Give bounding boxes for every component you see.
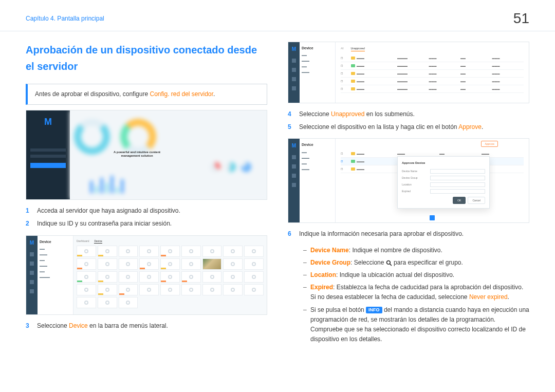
field-device-group: Device Group: [402, 176, 485, 180]
logo-icon: M: [292, 45, 296, 53]
donut-chart-icon: [120, 119, 156, 155]
right-column: M Device ▬▬▬▬▬▬▬▬▬▬ All Unapproved ☐▬▬▬▬…: [288, 42, 529, 348]
approve-modal: Approve Device Device Name Device Group …: [397, 156, 490, 209]
step-row: 6 Indique la información necesaria para …: [288, 229, 529, 239]
ss2-navbar: M: [26, 236, 38, 314]
chapter-label: Capítulo 4. Pantalla principal: [26, 15, 104, 22]
ss3-tabs: All Unapproved: [341, 46, 524, 51]
ss2-main: Dashboard Device: [73, 236, 267, 314]
step-row: 4 Seleccione Unapproved en los submenús.: [288, 109, 529, 119]
step-row: 1 Acceda al servidor que haya asignado a…: [26, 206, 267, 216]
cancel-button[interactable]: Cancel: [468, 197, 485, 204]
field-label: Device Group: [310, 259, 350, 266]
nav-icon[interactable]: [30, 271, 34, 275]
step-text: Seleccione el dispositivo en la lista y …: [299, 122, 483, 132]
nav-icon[interactable]: [292, 164, 296, 169]
modal-title: Approve Device: [402, 161, 485, 166]
nav-icon[interactable]: [30, 289, 34, 293]
step-num: 6: [288, 229, 294, 239]
table-row[interactable]: ☐▬▬▬▬▬▬▬▬▬▬▬▬▬▬▬: [341, 70, 524, 78]
ss1-login-form: [26, 133, 70, 183]
tab-dashboard[interactable]: Dashboard: [77, 239, 89, 244]
tab-all[interactable]: All: [341, 46, 344, 51]
field-descriptions: Device Name: Indique el nombre de dispos…: [288, 246, 529, 345]
table-row[interactable]: ☐▬▬▬▬▬▬▬▬▬▬▬▬▬▬▬: [341, 78, 524, 85]
device-name-input[interactable]: [430, 169, 485, 174]
table-row[interactable]: ☐▬▬▬▬▬▬▬▬▬▬▬▬▬▬▬: [341, 85, 524, 93]
steps-3: 3 Seleccione Device en la barra de menús…: [26, 321, 267, 331]
field-device-name: Device Name: [402, 169, 485, 174]
step-num: 5: [288, 122, 294, 132]
screenshot-approve-modal: M Device ▬▬▬▬▬▬▬▬▬▬ Approve ☐▬▬▬▬▬▬▬▬▬▬▬…: [288, 138, 529, 223]
main-title: Aprobación de un dispositivo conectado d…: [26, 42, 267, 74]
info-badge: INFO: [366, 307, 382, 313]
field-label: Location: [310, 271, 336, 278]
field-label: Device Name: [310, 247, 349, 254]
nav-icon[interactable]: [292, 68, 296, 72]
callout-suffix: .: [213, 90, 215, 98]
tab-unapproved[interactable]: Unapproved: [351, 46, 365, 51]
screenshot-device-grid: M Device ▬▬▬▬▬▬▬ ▬▬▬▬▬▬▬▬▬ Dashboard Dev…: [26, 235, 267, 315]
approve-button[interactable]: Approve: [481, 141, 498, 147]
step-row: 3 Seleccione Device en la barra de menús…: [26, 321, 267, 331]
step-text: Indique la información necesaria para ap…: [299, 229, 464, 239]
step-num: 1: [26, 206, 32, 216]
ss4-main: Approve ☐▬▬▬▬▬▬▬▬▬▬▬ ☑▬▬▬▬▬▬▬▬▬▬▬ ☐▬▬▬▬▬…: [336, 139, 529, 222]
left-column: Aprobación de un dispositivo conectado d…: [26, 42, 267, 348]
nav-icon[interactable]: [292, 59, 296, 63]
table-row[interactable]: ☐▬▬▬▬▬▬▬▬▬▬▬▬▬▬▬: [341, 54, 524, 62]
list-item: Si se pulsa el botón INFO del mando a di…: [303, 305, 529, 345]
callout-link: Config. red del servidor: [150, 90, 213, 98]
pager-icon[interactable]: [430, 215, 435, 220]
nav-icon[interactable]: [292, 174, 296, 178]
callout-prefix: Antes de aprobar el dispositivo, configu…: [35, 90, 150, 98]
logo-icon: M: [26, 110, 70, 133]
logo-icon: M: [292, 142, 296, 150]
ss4-navbar: M: [288, 139, 300, 222]
tab-device[interactable]: Device: [94, 239, 102, 244]
step-text: Seleccione Device en la barra de menús l…: [37, 321, 168, 331]
nav-icon[interactable]: [30, 262, 34, 266]
sidebar-title: Device: [40, 239, 71, 245]
nav-icon[interactable]: [292, 77, 296, 81]
steps-1-2: 1 Acceda al servidor que haya asignado a…: [26, 206, 267, 229]
sidebar-title: Device: [302, 45, 333, 51]
ss3-sidebar: Device ▬▬▬▬▬▬▬▬▬▬: [300, 42, 336, 103]
step-num: 4: [288, 109, 294, 119]
list-item: Device Group: Seleccione para especifica…: [303, 258, 529, 268]
table-row[interactable]: ☐▬▬▬▬▬▬▬▬▬▬▬▬▬▬▬: [341, 62, 524, 70]
expired-input[interactable]: [430, 189, 485, 194]
search-icon: [386, 260, 392, 266]
screenshot-login: M: [26, 110, 267, 200]
step-text: Acceda al servidor que haya asignado al …: [37, 206, 180, 216]
page-number: 51: [513, 10, 529, 27]
nav-icon[interactable]: [292, 86, 296, 90]
device-group-input[interactable]: [430, 176, 485, 180]
login-button[interactable]: [30, 163, 66, 168]
steps-4-5: 4 Seleccione Unapproved en los submenús.…: [288, 109, 529, 132]
ok-button[interactable]: OK: [453, 197, 466, 204]
svg-line-1: [390, 264, 391, 265]
device-thumb[interactable]: [202, 258, 222, 270]
list-item: Location: Indique la ubicación actual de…: [303, 270, 529, 280]
ss1-caption: A powerful and intuitive content managem…: [114, 151, 160, 158]
location-input[interactable]: [430, 182, 485, 187]
field-location: Location: [402, 182, 485, 187]
list-item: Device Name: Indique el nombre de dispos…: [303, 246, 529, 255]
nav-icon[interactable]: [292, 155, 296, 159]
steps-6: 6 Indique la información necesaria para …: [288, 229, 529, 239]
ss1-dashboard: [70, 110, 267, 199]
logo-icon: M: [30, 239, 34, 247]
nav-icon[interactable]: [30, 280, 34, 284]
page-header: Capítulo 4. Pantalla principal 51: [0, 0, 555, 31]
ss2-sidebar: Device ▬▬▬▬▬▬▬ ▬▬▬▬▬▬▬▬▬: [38, 236, 73, 314]
nav-icon[interactable]: [30, 252, 34, 256]
callout-note: Antes de aprobar el dispositivo, configu…: [26, 84, 267, 105]
sidebar-title: Device: [302, 142, 333, 147]
device-grid: [77, 246, 264, 308]
step-text: Indique su ID y su contraseña para inici…: [37, 219, 172, 229]
field-expired: Expired: [402, 189, 485, 194]
step-num: 3: [26, 321, 32, 331]
nav-icon[interactable]: [292, 183, 296, 187]
step-row: 5 Seleccione el dispositivo en la lista …: [288, 122, 529, 132]
